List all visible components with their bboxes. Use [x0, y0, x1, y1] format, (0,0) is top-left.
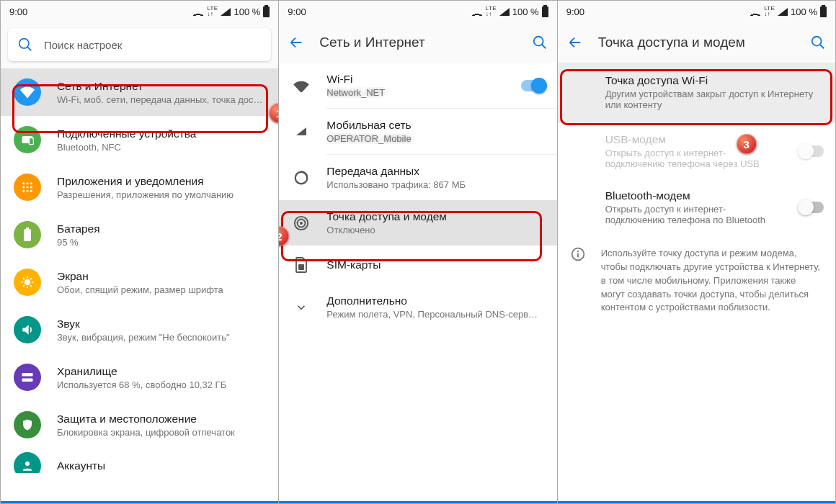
status-time: 9:00 [9, 6, 27, 17]
item-title: Дополнительно [326, 294, 545, 307]
status-bar: 9:00 LTE↓↑ 100 % [1, 1, 278, 22]
search-button[interactable] [809, 34, 827, 51]
bottom-separator [1, 501, 278, 503]
item-advanced[interactable]: Дополнительно Режим полета, VPN, Персона… [279, 284, 556, 330]
item-bluetooth-tethering[interactable]: Bluetooth-модем Открыть доступ к интерне… [558, 179, 835, 235]
info-icon [571, 247, 587, 315]
svg-rect-15 [22, 379, 33, 382]
bottom-separator [279, 501, 556, 503]
item-sound[interactable]: Звук Звук, вибрация, режим "Не беспокоит… [1, 306, 278, 354]
item-sub-redacted: OPERATOR_Mobile [326, 133, 545, 144]
apps-icon [14, 174, 41, 201]
security-icon [14, 411, 41, 438]
search-placeholder: Поиск настроек [44, 39, 122, 51]
item-wifi-hotspot[interactable]: Точка доступа Wi-Fi Другим устройствам з… [558, 63, 835, 123]
item-apps-notifications[interactable]: Приложения и уведомления Разрешения, при… [1, 163, 278, 211]
back-button[interactable] [288, 34, 305, 51]
svg-point-8 [22, 190, 25, 192]
wifi-status-icon [750, 7, 761, 16]
bluetooth-toggle[interactable] [799, 202, 824, 213]
item-network-internet[interactable]: Сеть и Интернет Wi-Fi, моб. сети, переда… [1, 68, 278, 116]
svg-point-3 [27, 182, 29, 184]
item-title: Мобильная сеть [326, 119, 545, 132]
item-connected-devices[interactable]: Подключенные устройства Bluetooth, NFC [1, 116, 278, 163]
item-title: Экран [57, 270, 267, 283]
screenshot-settings-main: 9:00 LTE↓↑ 100 % Поиск настроек Сеть и И… [0, 0, 279, 504]
svg-point-23 [812, 37, 822, 46]
app-bar: Точка доступа и модем [558, 22, 835, 63]
item-sub: Звук, вибрация, режим "Не беспокоить" [57, 332, 267, 343]
back-button[interactable] [566, 34, 584, 51]
svg-point-4 [30, 182, 32, 184]
bottom-separator [558, 501, 835, 503]
item-sub: Режим полета, VPN, Персональный DNS-серв… [326, 309, 545, 320]
item-sub: Открыть доступ к интернет-подключению те… [605, 204, 783, 225]
item-sub: Открыть доступ к интернет-подключению те… [605, 148, 783, 169]
wifi-toggle[interactable] [521, 80, 546, 91]
svg-point-10 [30, 190, 32, 192]
wifi-status-icon [471, 7, 483, 16]
item-title: Передача данных [326, 165, 545, 178]
svg-point-16 [25, 462, 30, 466]
battery-cat-icon [14, 221, 41, 248]
svg-point-17 [533, 37, 543, 46]
signal-icon [221, 8, 231, 16]
status-bar: 9:00 LTE↓↑ 100 % [558, 1, 835, 22]
status-time: 9:00 [566, 6, 584, 17]
item-sub: Обои, спящий режим, размер шрифта [57, 284, 267, 295]
wifi-icon [292, 76, 311, 95]
item-security-location[interactable]: Защита и местоположение Блокировка экран… [1, 401, 278, 449]
item-sub: Разрешения, приложения по умолчанию [57, 189, 267, 200]
item-sub: Использовано трафика: 867 МБ [326, 179, 545, 190]
item-sub: Wi-Fi, моб. сети, передача данных, точка… [57, 94, 267, 105]
lte-label: LTE↓↑ [486, 6, 497, 17]
item-title: Wi-Fi [326, 73, 504, 86]
item-storage[interactable]: Хранилище Используется 68 %, свободно 10… [1, 354, 278, 401]
page-title: Сеть и Интернет [319, 35, 516, 50]
item-sim-cards[interactable]: SIM-карты [279, 246, 556, 284]
display-icon [14, 269, 41, 296]
svg-point-5 [22, 186, 25, 189]
info-block: Используйте точку доступа и режим модема… [558, 235, 835, 326]
item-data-usage[interactable]: Передача данных Использовано трафика: 86… [279, 155, 556, 200]
item-title: Аккаунты [57, 459, 267, 472]
search-button[interactable] [531, 34, 548, 51]
item-accounts[interactable]: Аккаунты [1, 449, 278, 473]
battery-icon [263, 6, 270, 17]
svg-point-7 [30, 186, 32, 189]
svg-point-13 [25, 279, 30, 285]
battery-percent: 100 % [512, 6, 539, 17]
item-mobile-network[interactable]: Мобильная сеть OPERATOR_Mobile [279, 109, 556, 154]
item-battery[interactable]: Батарея 95 % [1, 211, 278, 258]
item-title: Хранилище [57, 365, 267, 378]
storage-icon [14, 364, 41, 391]
item-wifi[interactable]: Wi-Fi Network_NET [279, 63, 556, 108]
sound-icon [14, 316, 41, 343]
search-icon [18, 37, 32, 52]
item-sub: Отключено [326, 225, 545, 235]
item-title: Защита и местоположение [57, 413, 267, 426]
svg-rect-14 [22, 373, 33, 377]
lte-label: LTE↓↑ [764, 6, 775, 17]
item-sub: 95 % [57, 237, 267, 248]
hotspot-icon [292, 214, 311, 233]
item-title: Точка доступа и модем [326, 210, 545, 223]
screenshot-network-internet: 9:00 LTE↓↑ 100 % Сеть и Интернет Wi-Fi N… [279, 0, 557, 504]
settings-list: Сеть и Интернет Wi-Fi, моб. сети, переда… [1, 68, 278, 501]
devices-icon [14, 126, 41, 153]
sim-icon [292, 256, 311, 274]
chevron-down-icon [292, 298, 311, 317]
status-icons: LTE↓↑ 100 % [750, 6, 827, 17]
item-hotspot-tethering[interactable]: Точка доступа и модем Отключено [279, 200, 556, 246]
data-usage-icon [292, 168, 311, 187]
battery-percent: 100 % [791, 6, 817, 17]
search-settings[interactable]: Поиск настроек [8, 28, 271, 61]
item-title: USB-модем [605, 133, 783, 146]
svg-point-2 [22, 182, 25, 184]
svg-point-19 [300, 221, 303, 224]
item-title: Звук [57, 318, 267, 330]
item-sub: Используется 68 %, свободно 10,32 ГБ [57, 379, 267, 390]
item-display[interactable]: Экран Обои, спящий режим, размер шрифта [1, 258, 278, 306]
item-title: Сеть и Интернет [57, 80, 267, 93]
item-sub: Другим устройствам закрыт доступ к Интер… [605, 89, 824, 110]
